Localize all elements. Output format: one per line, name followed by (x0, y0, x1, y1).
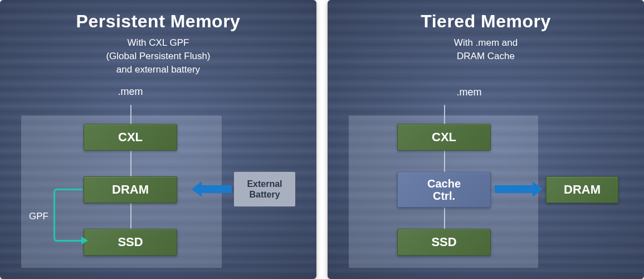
cxl-block: CXL (84, 124, 177, 151)
panel-subtitle: With CXL GPF (Global Persistent Flush) a… (17, 36, 300, 76)
external-battery-block: External Battery (234, 172, 295, 206)
panel-title: Persistent Memory (17, 11, 300, 32)
panel-content: Tiered Memory With .mem and DRAM Cache .… (328, 0, 644, 279)
ssd-block: SSD (397, 229, 491, 256)
gpf-label: GPF (29, 211, 48, 222)
dram-block: DRAM (84, 176, 177, 203)
ssd-block: SSD (84, 229, 177, 256)
tiered-memory-panel: Tiered Memory With .mem and DRAM Cache .… (328, 0, 644, 279)
mem-label: .mem (0, 86, 300, 98)
gpf-arrow-icon (53, 189, 82, 242)
arrow-right-icon (495, 185, 534, 193)
cxl-block: CXL (397, 124, 491, 151)
cache-ctrl-block: CacheCtrl. (397, 172, 491, 208)
panel-title: Tiered Memory (344, 11, 627, 32)
panel-subtitle: With .mem and DRAM Cache (344, 36, 627, 63)
panel-content: Persistent Memory With CXL GPF (Global P… (0, 0, 316, 279)
mem-label: .mem (328, 86, 627, 98)
arrow-left-icon (201, 185, 232, 193)
persistent-memory-panel: Persistent Memory With CXL GPF (Global P… (0, 0, 316, 279)
dram-block: DRAM (546, 176, 618, 203)
